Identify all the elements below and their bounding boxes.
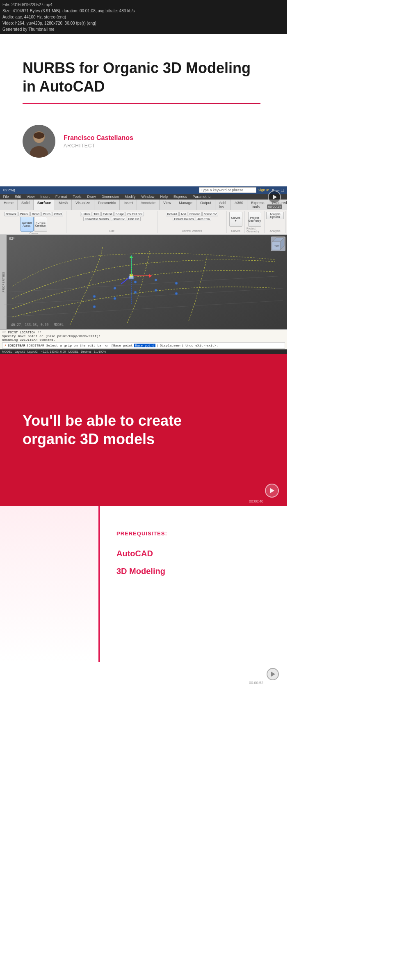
tab-express[interactable]: Express Tools (247, 200, 269, 210)
svg-point-26 (155, 289, 157, 291)
pg-buttons: ProjectGeometry (248, 212, 261, 227)
menu-tools[interactable]: Tools (70, 194, 84, 200)
tab-mesh[interactable]: Mesh (55, 200, 72, 210)
menu-help[interactable]: Help (158, 194, 171, 200)
tab-insert[interactable]: Insert (120, 200, 137, 210)
btn-curves[interactable]: Curves ▾ (229, 212, 242, 227)
coordinates: -46.27, 133.63, 0.00 (9, 323, 48, 327)
btn-analysis-options[interactable]: Analysis Options (266, 212, 284, 219)
group-cv-label: Control Vertices (182, 229, 202, 232)
btn-blend[interactable]: Blend (30, 212, 41, 216)
btn-patch[interactable]: Patch (41, 212, 52, 216)
cv-buttons: Rebuild Add Remove Spline CV Extract Iso… (159, 212, 225, 221)
menu-draw[interactable]: Draw (84, 194, 98, 200)
command-options: Displacement Undo eXit (160, 344, 203, 347)
tab-solid[interactable]: Solid (18, 200, 34, 210)
red-section-headline: You'll be able to create organic 3D mode… (23, 411, 219, 448)
tab-view[interactable]: View (160, 200, 175, 210)
menu-format[interactable]: Format (52, 194, 70, 200)
author-role: ARCHITECT (64, 143, 133, 149)
status-bar: MODEL Layout1 Layout2 -46.27, 133.63, 0.… (0, 349, 287, 354)
btn-auto-trim[interactable]: Auto Trim (196, 217, 211, 221)
status-layout2: Layout2 (27, 350, 38, 353)
menu-parametric[interactable]: Parametric (190, 194, 214, 200)
tab-addins[interactable]: Add-ins (215, 200, 231, 210)
btn-untrim[interactable]: Untrim (80, 212, 92, 216)
command-text-1: ** POINT LOCATION ** (2, 330, 285, 334)
tab-a360[interactable]: A360 (231, 200, 247, 210)
ribbon-group-create: Network Planar Blend Patch Offset Surfac… (1, 211, 66, 233)
edit-buttons: Untrim Trim Extend Sculpt CV Edit Bar Co… (68, 212, 155, 221)
group-edit-label: Edit (110, 229, 114, 232)
command-text-main: 3DEDITBAR Select a grip on the edit bar … (27, 344, 133, 347)
video-2-play-button[interactable] (265, 484, 279, 498)
command-label: 3DEDITBAR (7, 344, 25, 347)
btn-trim[interactable]: Trim (92, 212, 101, 216)
avatar-image (23, 125, 55, 158)
btn-surface-associativity[interactable]: SurfaceAssoc. (21, 217, 34, 232)
ribbon-group-edit: Untrim Trim Extend Sculpt CV Edit Bar Co… (66, 211, 158, 233)
btn-nurbs-creation[interactable]: NURBSCreation (34, 217, 47, 232)
tab-manage[interactable]: Manage (175, 200, 196, 210)
btn-planar[interactable]: Planar (18, 212, 30, 216)
btn-show-cv[interactable]: Show CV (111, 217, 126, 221)
play-icon-3 (271, 672, 275, 677)
status-zoom: 1:1/100% (94, 350, 106, 353)
menu-modify[interactable]: Modify (122, 194, 139, 200)
status-layout1: Layout1 (15, 350, 25, 353)
play-icon (273, 195, 277, 200)
svg-point-27 (175, 292, 178, 295)
btn-remove[interactable]: Remove (188, 212, 202, 216)
btn-cv-edit-bar[interactable]: CV Edit Bar (126, 212, 144, 216)
menu-edit[interactable]: Edit (12, 194, 24, 200)
tab-parametric[interactable]: Parametric (94, 200, 120, 210)
btn-extract-isolines[interactable]: Extract Isolines (173, 217, 195, 221)
menu-file[interactable]: File (0, 194, 12, 200)
meta-audio: Audio: aac, 44100 Hz, stereo (eng) (2, 14, 285, 20)
btn-rebuild[interactable]: Rebuild (166, 212, 179, 216)
btn-add[interactable]: Add (179, 212, 187, 216)
menu-insert[interactable]: Insert (37, 194, 52, 200)
command-input-line: ⚡ 3DEDITBAR 3DEDITBAR Select a grip on t… (2, 342, 285, 349)
svg-point-22 (175, 282, 178, 285)
video-3-play-button[interactable] (267, 668, 279, 680)
menu-express[interactable]: Express (171, 194, 190, 200)
command-icon: ⚡ (4, 343, 6, 348)
ribbon-group-project-geometry: ProjectGeometry Project Geometry (245, 211, 265, 233)
btn-spline-cv[interactable]: Spline CV (202, 212, 218, 216)
video-1-timestamp: 00:00:14 (267, 204, 282, 209)
btn-project-geometry[interactable]: ProjectGeometry (248, 212, 261, 227)
svg-point-4 (34, 132, 44, 139)
exit-prompt: <exit>: (204, 344, 218, 347)
svg-line-10 (4, 288, 283, 305)
menu-view[interactable]: View (24, 194, 37, 200)
ribbon-group-curves: Curves ▾ Curves (227, 211, 245, 233)
header-section: NURBS for Organic 3D Modeling in AutoCAD… (0, 34, 287, 186)
tab-annotate[interactable]: Annotate (137, 200, 160, 210)
nurbs-surface-visualization (0, 235, 287, 329)
btn-network[interactable]: Network (4, 212, 18, 216)
status-model: MODEL (2, 350, 12, 353)
search-input[interactable] (199, 187, 256, 193)
svg-line-9 (4, 301, 283, 317)
prereq-left-panel (0, 506, 98, 662)
autocad-ui: 02.dwg Sign In ✕ ─ □ File Edit View Inse… (0, 186, 287, 354)
tab-output[interactable]: Output (196, 200, 215, 210)
menu-dimension[interactable]: Dimension (98, 194, 122, 200)
btn-convert-nurbs[interactable]: Convert to NURBS (83, 217, 111, 221)
tab-surface[interactable]: Surface (34, 200, 55, 210)
autocad-file-name: 02.dwg (3, 188, 15, 192)
tab-home[interactable]: Home (0, 200, 18, 210)
svg-rect-29 (129, 276, 134, 279)
prerequisites-section: PREREQUISITES: AutoCAD 3D Modeling (0, 506, 287, 662)
tab-visualize[interactable]: Visualize (72, 200, 94, 210)
video-1-play-button[interactable] (268, 190, 281, 204)
curves-buttons: Curves ▾ (229, 212, 242, 227)
svg-point-19 (114, 287, 116, 289)
btn-offset[interactable]: Offset (52, 212, 64, 216)
btn-hide-cv[interactable]: Hide CV (127, 217, 141, 221)
menu-window[interactable]: Window (139, 194, 158, 200)
btn-extend[interactable]: Extend (101, 212, 114, 216)
model-label: MODEL (54, 323, 64, 327)
btn-sculpt[interactable]: Sculpt (114, 212, 125, 216)
